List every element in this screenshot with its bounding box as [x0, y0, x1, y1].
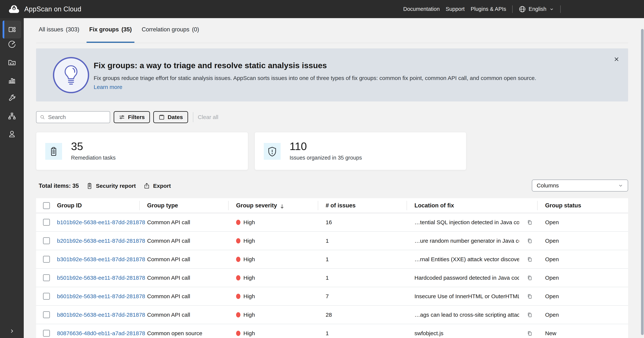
banner-close-button[interactable]: [611, 54, 622, 64]
sidebar-item-reports[interactable]: [0, 71, 24, 89]
topbar-nav: Documentation Support Plugins & APIs Eng…: [403, 0, 561, 18]
appscan-logo-icon: [8, 3, 20, 15]
group-id-link[interactable]: b101b92e-5638-ee11-87dd-281878: [57, 219, 145, 226]
filters-button[interactable]: Filters: [114, 111, 150, 123]
security-report-label: Security report: [96, 183, 136, 189]
row-checkbox[interactable]: [43, 330, 50, 337]
sidebar-item-organization[interactable]: [0, 107, 24, 125]
security-report-button[interactable]: Security report: [86, 180, 136, 192]
gauge-icon: [8, 40, 16, 48]
copy-icon[interactable]: [526, 330, 532, 336]
col-group-type: Group type: [147, 202, 178, 209]
copy-icon[interactable]: [526, 256, 532, 262]
copy-icon[interactable]: [526, 312, 532, 318]
export-button[interactable]: Export: [144, 180, 171, 192]
severity-label: High: [244, 238, 255, 244]
card-body: 110 Issues organized in 35 groups: [290, 140, 362, 161]
tab-all-issues[interactable]: All issues (303): [36, 18, 82, 43]
group-type-cell: Common API call: [139, 250, 228, 269]
group-status-cell: Open: [537, 213, 628, 232]
tab-label: All issues: [39, 26, 63, 33]
user-icon: [8, 130, 16, 138]
divider: [512, 5, 512, 13]
close-icon: [613, 56, 620, 63]
nav-support[interactable]: Support: [446, 6, 465, 12]
card-label: Issues organized in 35 groups: [290, 155, 362, 161]
tab-count: (35): [122, 26, 132, 33]
issue-count-cell: 7: [318, 287, 406, 306]
issue-count-cell: 16: [318, 213, 406, 232]
severity-label: High: [244, 219, 255, 226]
col-location-of-fix: Location of fix: [414, 202, 454, 209]
table-row: b601b92e-5638-ee11-87dd-281878 Common AP…: [36, 287, 628, 306]
copy-icon[interactable]: [526, 219, 532, 225]
tab-label: Correlation groups: [142, 26, 189, 33]
remediation-tasks-card: 35 Remediation tasks: [36, 132, 248, 170]
group-status-cell: Open: [537, 232, 628, 250]
chevron-down-icon: [549, 6, 554, 12]
sidebar-item-tools[interactable]: [0, 89, 24, 107]
group-status-cell: Open: [537, 306, 628, 324]
row-checkbox[interactable]: [43, 256, 50, 263]
card-value: 110: [290, 140, 362, 152]
tabs-divider: [36, 43, 628, 43]
fix-groups-banner: Fix groups: a way to triage and resolve …: [36, 48, 628, 101]
row-checkbox[interactable]: [43, 219, 50, 226]
group-id-link[interactable]: b501b92e-5638-ee11-87dd-281878: [57, 275, 145, 281]
nav-plugins-apis[interactable]: Plugins & APIs: [471, 6, 506, 12]
report-icon: [86, 183, 93, 189]
severity-label: High: [244, 256, 255, 263]
row-checkbox[interactable]: [43, 274, 50, 281]
col-num-issues: # of issues: [326, 202, 356, 209]
dates-button[interactable]: Dates: [153, 111, 188, 123]
group-id-link[interactable]: b601b92e-5638-ee11-87dd-281878: [57, 293, 145, 300]
table-row: b101b92e-5638-ee11-87dd-281878 Common AP…: [36, 213, 628, 232]
sidebar-item-scans[interactable]: [0, 35, 24, 53]
row-checkbox[interactable]: [43, 311, 50, 318]
severity-dot: [236, 220, 240, 225]
tab-bar: All issues (303) Fix groups (35) Correla…: [36, 18, 202, 43]
tab-label: Fix groups: [89, 26, 119, 33]
export-label: Export: [153, 183, 171, 189]
tab-correlation-groups[interactable]: Correlation groups (0): [139, 18, 202, 43]
tab-count: (303): [66, 26, 79, 33]
filters-label: Filters: [128, 114, 145, 120]
tab-fix-groups[interactable]: Fix groups (35): [86, 18, 134, 43]
group-status-cell: New: [537, 324, 628, 338]
group-id-link[interactable]: b201b92e-5638-ee11-87dd-281878: [57, 238, 145, 244]
columns-label: Columns: [537, 182, 618, 189]
issue-count-cell: 28: [318, 306, 406, 324]
copy-icon[interactable]: [526, 293, 532, 299]
columns-dropdown[interactable]: Columns: [532, 180, 628, 192]
group-id-link[interactable]: b301b92e-5638-ee11-87dd-281878: [57, 256, 145, 263]
clear-all-button[interactable]: Clear all: [198, 114, 218, 120]
row-checkbox[interactable]: [43, 237, 50, 244]
fix-groups-table: Group ID Group type Group severity # of …: [36, 198, 628, 338]
summary-cards: 35 Remediation tasks 110 Issues organize…: [36, 132, 466, 170]
total-items: Total items: 35: [39, 183, 79, 189]
table-row: 80876636-48d0-eb11-a7ad-281878 Common op…: [36, 324, 628, 338]
filters-icon: [119, 114, 125, 120]
copy-icon[interactable]: [526, 238, 532, 244]
col-group-id: Group ID: [57, 202, 82, 209]
dashboard-icon: [8, 25, 16, 34]
row-checkbox[interactable]: [43, 293, 50, 300]
severity-label: High: [244, 312, 255, 318]
learn-more-link[interactable]: Learn more: [94, 84, 122, 90]
search-input[interactable]: [48, 114, 110, 120]
group-id-link[interactable]: 80876636-48d0-eb11-a7ad-281878: [57, 330, 145, 337]
scrollbar-thumb[interactable]: [641, 29, 644, 335]
table-toolbar: Total items: 35 Security report Export C…: [36, 180, 628, 192]
sidebar-item-code-repos[interactable]: [0, 53, 24, 71]
location-of-fix-cell: Hardcoded password detected in Java code: [414, 275, 519, 281]
sidebar-item-profile[interactable]: [0, 125, 24, 143]
col-group-severity[interactable]: Group severity: [236, 202, 277, 209]
group-status-cell: Open: [537, 287, 628, 306]
group-id-link[interactable]: b801b92e-5638-ee11-87dd-281878: [57, 312, 145, 318]
nav-documentation[interactable]: Documentation: [403, 6, 440, 12]
select-all-checkbox[interactable]: [43, 202, 50, 209]
copy-icon[interactable]: [526, 275, 532, 281]
sidebar-expand-button[interactable]: [0, 325, 24, 338]
group-status-cell: Open: [537, 269, 628, 287]
language-menu[interactable]: English: [518, 5, 554, 13]
